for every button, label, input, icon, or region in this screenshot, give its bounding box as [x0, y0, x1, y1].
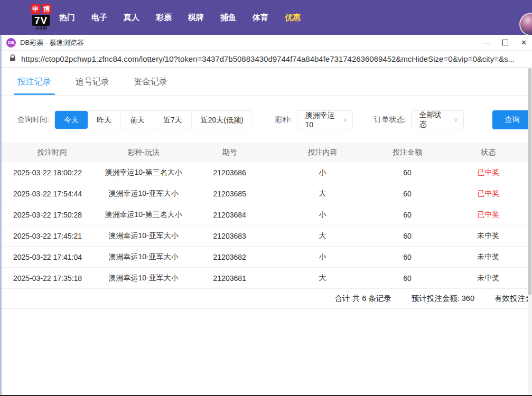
- table-row[interactable]: 2025-03-22 17:54:44 澳洲幸运10-亚军大小 21203685…: [2, 183, 532, 204]
- maximize-icon[interactable]: [502, 40, 508, 45]
- time-filter-option[interactable]: 今天: [55, 111, 88, 129]
- cell-issue-number: 21203686: [184, 168, 275, 177]
- cell-bet-time: 2025-03-22 18:00:22: [2, 168, 102, 177]
- time-filter-option[interactable]: 昨天: [88, 111, 120, 129]
- table-row[interactable]: 2025-03-22 17:45:21 澳洲幸运10-亚军大小 21203683…: [2, 225, 532, 247]
- nav-item[interactable]: 优惠: [285, 13, 301, 23]
- window-left-edge: [0, 35, 2, 395]
- url-text: https://ctop02pchwp1.zfnc84.com/lottery/…: [21, 54, 515, 63]
- chevron-down-icon: ∨: [454, 117, 459, 122]
- cell-bet-content: 大: [275, 274, 370, 283]
- cell-game-play: 澳洲幸运10-亚军大小: [102, 189, 185, 199]
- logo-tld: .com: [35, 25, 47, 31]
- tab[interactable]: 资金记录: [134, 77, 167, 95]
- time-filter-option[interactable]: 近20天(低频): [191, 111, 253, 129]
- nav-item[interactable]: 热门: [59, 13, 75, 23]
- logo-badge-left: 申: [31, 4, 40, 14]
- summary-valid: 有效投注金额: [494, 294, 532, 304]
- cell-issue-number: 21203684: [184, 211, 275, 219]
- lottery-select[interactable]: 澳洲幸运10 ∨: [297, 110, 353, 129]
- logo-name: 7V: [32, 15, 50, 26]
- cell-bet-amount: 60: [370, 253, 445, 261]
- filter-row: 查询时间: 今天昨天前天近7天近20天(低频) 彩种: 澳洲幸运10 ∨ 订单状…: [17, 110, 532, 129]
- cell-issue-number: 21203683: [184, 232, 275, 240]
- cell-status: 已中奖: [444, 210, 532, 220]
- time-filter-label: 查询时间:: [17, 115, 49, 125]
- logo-badge-right: 博: [42, 4, 51, 14]
- table-row[interactable]: 2025-03-22 17:50:28 澳洲幸运10-第三名大小 2120368…: [2, 204, 532, 225]
- site-logo[interactable]: 申 博 7V .com: [31, 4, 51, 31]
- lottery-select-value: 澳洲幸运10: [305, 111, 337, 129]
- cell-game-play: 澳洲幸运10-第三名大小: [102, 168, 185, 177]
- summary-expected: 预计投注金额: 360: [412, 294, 474, 304]
- cell-bet-content: 大: [275, 189, 370, 199]
- page-content: 投注记录追号记录资金记录 查询时间: 今天昨天前天近7天近20天(低频) 彩种:…: [2, 68, 532, 395]
- cell-status: 已中奖: [444, 168, 532, 177]
- cell-status: 未中奖: [444, 274, 532, 283]
- cell-issue-number: 21203682: [184, 253, 275, 261]
- close-icon[interactable]: ✕: [521, 39, 527, 46]
- cell-game-play: 澳洲幸运10-亚军大小: [102, 252, 185, 262]
- time-filter-option[interactable]: 前天: [120, 111, 154, 129]
- table-header-cell: 投注时间: [2, 148, 102, 157]
- table-row[interactable]: 2025-03-22 17:41:04 澳洲幸运10-亚军大小 21203682…: [2, 247, 532, 268]
- cell-bet-content: 小: [275, 210, 370, 220]
- cell-bet-time: 2025-03-22 17:50:28: [2, 211, 102, 219]
- nav-item[interactable]: 真人: [124, 13, 139, 23]
- tab[interactable]: 追号记录: [76, 77, 109, 95]
- cell-bet-time: 2025-03-22 17:41:04: [2, 253, 102, 261]
- table-row[interactable]: 2025-03-22 17:35:18 澳洲幸运10-亚军大小 21203681…: [2, 268, 532, 289]
- cell-bet-amount: 60: [370, 274, 445, 282]
- user-avatar[interactable]: [519, 13, 532, 36]
- minimize-icon[interactable]: —: [483, 39, 490, 46]
- scrollbar-thumb[interactable]: [528, 68, 531, 295]
- table-header-cell: 期号: [184, 148, 275, 157]
- cell-bet-content: 小: [275, 168, 370, 177]
- cell-bet-time: 2025-03-22 17:35:18: [2, 274, 102, 282]
- table-header-cell: 状态: [444, 148, 532, 157]
- table-row[interactable]: 2025-03-22 18:00:22 澳洲幸运10-第三名大小 2120368…: [2, 162, 532, 183]
- lock-icon: [10, 54, 16, 64]
- screen: 申 博 7V .com 热门电子真人彩票棋牌捕鱼体育优惠 DB DB彩票 - 极…: [0, 0, 532, 396]
- order-status-select[interactable]: 全部状态 ∨: [411, 110, 464, 129]
- time-filter-group: 今天昨天前天近7天近20天(低频): [54, 110, 253, 129]
- cell-game-play: 澳洲幸运10-亚军大小: [102, 274, 185, 283]
- cell-game-play: 澳洲幸运10-亚军大小: [102, 231, 185, 241]
- browser-favicon-icon: DB: [6, 38, 16, 48]
- table-header-cell: 投注内容: [275, 148, 370, 157]
- time-filter-option[interactable]: 近7天: [154, 111, 191, 129]
- scrollbar[interactable]: [528, 68, 532, 395]
- nav-item[interactable]: 体育: [253, 13, 268, 23]
- nav-item[interactable]: 电子: [91, 13, 107, 23]
- logo-badges: 申 博: [31, 4, 51, 14]
- table-header-row: 投注时间彩种-玩法期号投注内容投注金额状态: [2, 143, 532, 162]
- cell-bet-amount: 60: [370, 168, 445, 177]
- cell-bet-time: 2025-03-22 17:45:21: [2, 232, 102, 240]
- cell-game-play: 澳洲幸运10-第三名大小: [102, 210, 185, 220]
- nav-item[interactable]: 彩票: [156, 13, 172, 23]
- cell-bet-content: 大: [275, 231, 370, 241]
- bet-table-body: 2025-03-22 18:00:22 澳洲幸运10-第三名大小 2120368…: [2, 162, 532, 289]
- cell-bet-amount: 60: [370, 211, 445, 219]
- search-button[interactable]: 查询: [492, 110, 531, 129]
- cell-bet-content: 小: [275, 252, 370, 262]
- cell-issue-number: 21203685: [184, 190, 275, 198]
- cell-status: 已中奖: [444, 189, 532, 199]
- summary-total: 合计 共 6 条记录: [335, 294, 391, 304]
- cell-status: 未中奖: [444, 231, 532, 241]
- tab[interactable]: 投注记录: [17, 77, 51, 95]
- chevron-down-icon: ∨: [343, 117, 348, 122]
- nav-item[interactable]: 棋牌: [188, 13, 204, 23]
- cell-bet-amount: 60: [370, 190, 445, 198]
- nav-item[interactable]: 捕鱼: [220, 13, 236, 23]
- cell-bet-time: 2025-03-22 17:54:44: [2, 190, 102, 198]
- cell-status: 未中奖: [444, 252, 532, 262]
- site-nav: 申 博 7V .com 热门电子真人彩票棋牌捕鱼体育优惠: [0, 0, 532, 35]
- status-filter-label: 订单状态:: [374, 115, 406, 125]
- table-header-cell: 彩种-玩法: [102, 148, 185, 157]
- status-select-value: 全部状态: [419, 110, 448, 129]
- cell-issue-number: 21203681: [184, 274, 275, 282]
- bet-table: 投注时间彩种-玩法期号投注内容投注金额状态 2025-03-22 18:00:2…: [2, 143, 532, 289]
- cell-bet-amount: 60: [370, 232, 445, 240]
- url-bar[interactable]: https://ctop02pchwp1.zfnc84.com/lottery/…: [0, 51, 532, 68]
